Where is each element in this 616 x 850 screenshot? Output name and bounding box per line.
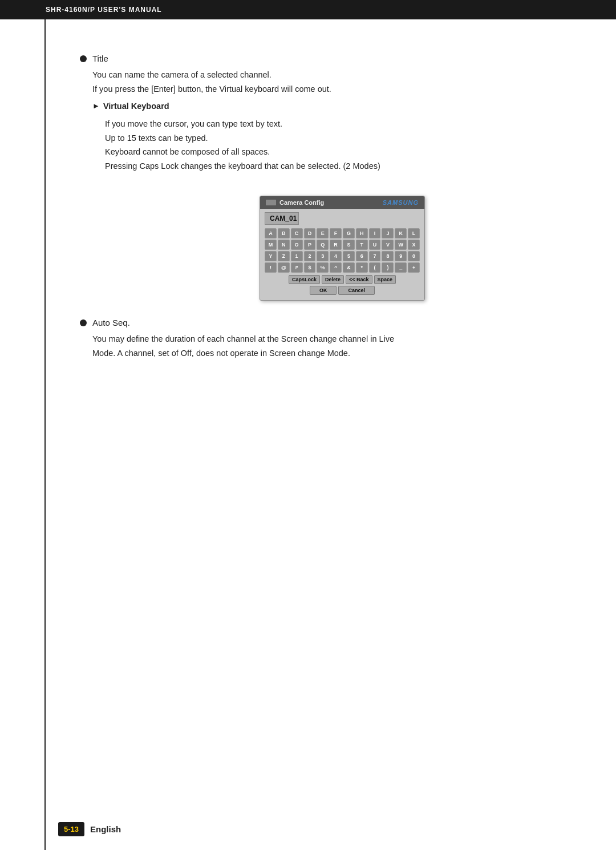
ok-button[interactable]: OK [310,286,337,295]
autoseq-section: Auto Seq. You may define the duration of… [80,318,570,360]
key-J[interactable]: J [382,228,394,238]
key-I[interactable]: I [369,228,381,238]
bullet-dot-autoseq [80,319,87,326]
capslock-key[interactable]: CapsLock [289,275,320,284]
autoseq-heading: Auto Seq. [92,318,130,327]
key-2[interactable]: 2 [304,251,316,261]
header-bar: SHR-4160N/P USER'S MANUAL [0,0,616,19]
title-line-1: You can name the camera of a selected ch… [92,68,570,82]
autoseq-line-1: You may define the duration of each chan… [92,332,570,346]
key-6[interactable]: 6 [356,251,368,261]
virtual-keyboard-details: If you move the cursor, you can type tex… [105,117,570,173]
title-bullet-header: Title [80,54,570,63]
key-N[interactable]: N [278,240,290,250]
title-section: Title You can name the camera of a selec… [80,54,570,173]
key-G[interactable]: G [343,228,355,238]
key-B[interactable]: B [278,228,290,238]
key-3[interactable]: 3 [317,251,329,261]
badge-number: 5-13 [64,825,79,833]
key-hash[interactable]: # [291,262,303,273]
key-1[interactable]: 1 [291,251,303,261]
key-T[interactable]: T [356,240,368,250]
vk-line-3: Keyboard cannot be composed of all space… [105,145,570,159]
key-under[interactable]: _ [395,262,407,273]
key-0[interactable]: 0 [408,251,420,261]
page-badge: 5-13 [58,822,84,836]
arrow-icon: ► [92,100,100,112]
page-layout: Title You can name the camera of a selec… [0,19,616,850]
key-P[interactable]: P [304,240,316,250]
key-K[interactable]: K [395,228,407,238]
key-H[interactable]: H [356,228,368,238]
key-S[interactable]: S [343,240,355,250]
left-margin [0,19,46,850]
dialog-titlebar: Camera Config SAMSUNG [260,196,424,209]
key-exclaim[interactable]: ! [265,262,277,273]
key-8[interactable]: 8 [382,251,394,261]
footer-page-text: English [90,824,121,834]
keyboard-row-2: M N O P Q R S T U V W X [265,240,420,250]
key-caret[interactable]: ^ [330,262,342,273]
autoseq-bullet-header: Auto Seq. [80,318,570,327]
camera-config-dialog: Camera Config SAMSUNG CAM_01 A B C D E F… [260,196,425,301]
bullet-dot-title [80,55,87,62]
vk-line-1: If you move the cursor, you can type tex… [105,117,570,131]
bottom-keys: CapsLock Delete << Back Space [265,275,420,284]
dialog-titlebar-left: Camera Config [266,199,324,206]
cancel-button[interactable]: Cancel [338,286,375,295]
key-9[interactable]: 9 [395,251,407,261]
header-title: SHR-4160N/P USER'S MANUAL [46,6,162,14]
key-5[interactable]: 5 [343,251,355,261]
dialog-title: Camera Config [279,199,324,206]
key-D[interactable]: D [304,228,316,238]
key-star[interactable]: * [356,262,368,273]
key-X[interactable]: X [408,240,420,250]
title-heading: Title [92,54,108,63]
key-A[interactable]: A [265,228,277,238]
dialog-body: CAM_01 A B C D E F G H I J K L [260,209,424,300]
key-at[interactable]: @ [278,262,290,273]
keyboard-row-4: ! @ # $ % ^ & * ( ) _ + [265,262,420,273]
title-line-2: If you press the [Enter] button, the Vir… [92,82,570,96]
key-V[interactable]: V [382,240,394,250]
key-oparen[interactable]: ( [369,262,381,273]
key-Z[interactable]: Z [278,251,290,261]
autoseq-line-2: Mode. A channel, set of Off, does not op… [92,346,570,361]
key-dollar[interactable]: $ [304,262,316,273]
key-W[interactable]: W [395,240,407,250]
samsung-logo: SAMSUNG [383,199,419,206]
key-F[interactable]: F [330,228,342,238]
key-percent[interactable]: % [317,262,329,273]
vk-line-4: Pressing Caps Lock changes the keyboard … [105,159,570,173]
delete-key[interactable]: Delete [322,275,344,284]
cam-label: CAM_01 [265,212,299,225]
key-M[interactable]: M [265,240,277,250]
keyboard-row-1: A B C D E F G H I J K L [265,228,420,238]
key-C[interactable]: C [291,228,303,238]
space-key[interactable]: Space [374,275,396,284]
action-row: OK Cancel [265,286,420,295]
keyboard-row-3: Y Z 1 2 3 4 5 6 7 8 9 0 [265,251,420,261]
key-cparen[interactable]: ) [382,262,394,273]
key-O[interactable]: O [291,240,303,250]
key-E[interactable]: E [317,228,329,238]
virtual-keyboard-label: Virtual Keyboard [103,99,169,114]
key-Q[interactable]: Q [317,240,329,250]
key-7[interactable]: 7 [369,251,381,261]
virtual-keyboard-sub: ► Virtual Keyboard [92,99,570,114]
back-key[interactable]: << Back [346,275,372,284]
page-footer: 5-13 English [46,822,616,836]
key-amp[interactable]: & [343,262,355,273]
dialog-wrapper: Camera Config SAMSUNG CAM_01 A B C D E F… [114,196,570,301]
key-Y[interactable]: Y [265,251,277,261]
key-R[interactable]: R [330,240,342,250]
title-body: You can name the camera of a selected ch… [92,68,570,173]
key-U[interactable]: U [369,240,381,250]
vk-line-2: Up to 15 texts can be typed. [105,131,570,145]
content-area: Title You can name the camera of a selec… [46,19,616,850]
key-L[interactable]: L [408,228,420,238]
key-4[interactable]: 4 [330,251,342,261]
autoseq-body: You may define the duration of each chan… [92,332,570,360]
titlebar-icon [266,200,276,205]
key-plus[interactable]: + [408,262,420,273]
